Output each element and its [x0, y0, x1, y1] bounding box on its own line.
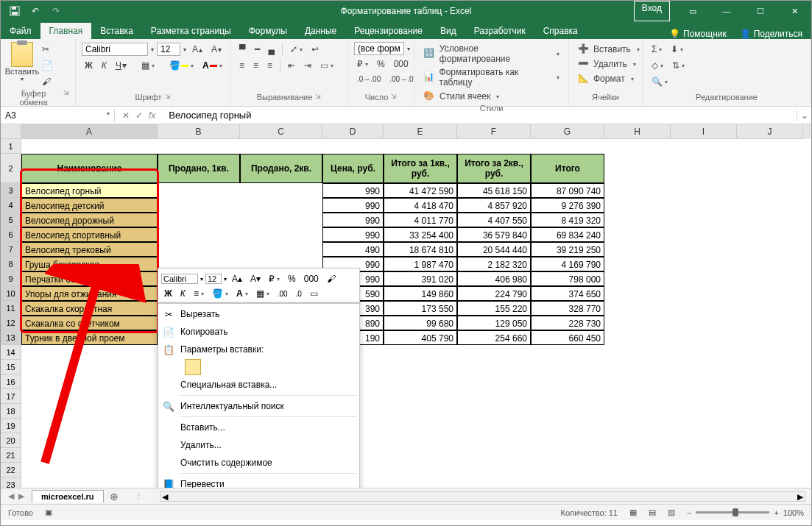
sort-filter-icon[interactable]: ⇅ — [669, 58, 688, 73]
cell-D3[interactable]: 990 — [322, 183, 384, 198]
mini-increase-font-icon[interactable]: A▴ — [229, 271, 245, 286]
cell-G13[interactable]: 660 450 — [531, 330, 604, 345]
zoom-level[interactable]: 100% — [783, 508, 804, 517]
align-center-icon[interactable]: ≡ — [250, 58, 261, 73]
qat-customize-icon[interactable] — [68, 3, 85, 19]
cell-G5[interactable]: 8 419 320 — [531, 213, 604, 227]
cell-E8[interactable]: 1 987 470 — [384, 257, 457, 271]
cell-E13[interactable]: 405 790 — [384, 330, 457, 345]
cell-D2[interactable]: Цена, руб. — [322, 154, 384, 183]
find-select-icon[interactable]: 🔍 — [649, 74, 671, 89]
cell-A9[interactable]: Перчатки боксерские — [21, 271, 158, 286]
cell-E7[interactable]: 18 674 810 — [384, 242, 457, 257]
sheet-nav-prev-icon[interactable]: ◀ — [8, 491, 14, 501]
ctx-cut[interactable]: ✂Вырезать — [158, 305, 359, 323]
tab-file[interactable]: Файл — [1, 23, 40, 39]
cell-A13[interactable]: Турник в дверной проем — [21, 330, 158, 345]
cell-E6[interactable]: 33 254 400 — [384, 227, 457, 242]
cell-G10[interactable]: 374 650 — [531, 286, 604, 301]
cell-D4[interactable]: 990 — [322, 198, 384, 213]
decrease-indent-icon[interactable]: ⇤ — [285, 58, 298, 73]
row-header-8[interactable]: 8 — [1, 257, 21, 271]
mini-bold-icon[interactable]: Ж — [161, 286, 175, 301]
currency-icon[interactable]: ₽ — [354, 57, 371, 71]
cell-A4[interactable]: Велосипед детский — [21, 198, 158, 213]
cell-A11[interactable]: Скакалка скоростная — [21, 301, 158, 316]
fill-icon[interactable]: ⬇ — [668, 42, 686, 57]
col-header-H[interactable]: H — [604, 124, 671, 139]
row-header-2[interactable]: 2 — [1, 154, 21, 183]
number-format-input[interactable] — [354, 42, 404, 55]
tab-view[interactable]: Вид — [431, 23, 465, 39]
align-right-icon[interactable]: ≡ — [264, 58, 275, 73]
ctx-paste-options[interactable]: 📋Параметры вставки: — [158, 341, 359, 358]
ctx-smart-lookup[interactable]: 🔍Интеллектуальный поиск — [158, 397, 359, 415]
underline-button[interactable]: Ч▾ — [113, 58, 130, 73]
cell-F7[interactable]: 20 544 440 — [457, 242, 531, 257]
percent-icon[interactable]: % — [374, 57, 388, 71]
borders-icon[interactable]: ▦ — [138, 58, 158, 73]
cell-D5[interactable]: 990 — [322, 213, 384, 227]
cell-G7[interactable]: 39 219 250 — [531, 242, 604, 257]
delete-cells-button[interactable]: ➖Удалить — [575, 57, 636, 71]
cell-A3[interactable]: Велосипед горный — [21, 183, 158, 198]
fx-icon[interactable]: fx — [149, 110, 155, 121]
enter-formula-icon[interactable]: ✓ — [135, 110, 143, 121]
font-name-input[interactable] — [82, 43, 148, 56]
col-header-E[interactable]: E — [384, 124, 457, 139]
cell-E12[interactable]: 99 680 — [384, 316, 457, 330]
cell-D6[interactable]: 990 — [322, 227, 384, 242]
format-as-table-button[interactable]: 📊Форматировать как таблицу — [420, 65, 562, 89]
row-header-17[interactable]: 17 — [1, 389, 21, 404]
cell-A7[interactable]: Велосипед трековый — [21, 242, 158, 257]
tab-data[interactable]: Данные — [296, 23, 345, 39]
mini-font-name[interactable] — [161, 274, 198, 284]
cell-A5[interactable]: Велосипед дорожный — [21, 213, 158, 227]
cell-G8[interactable]: 4 169 790 — [531, 257, 604, 271]
cell-E10[interactable]: 149 860 — [384, 286, 457, 301]
conditional-formatting-button[interactable]: 🔢Условное форматирование — [420, 42, 562, 65]
copy-icon[interactable]: 📄 — [39, 58, 56, 73]
close-icon[interactable]: ✕ — [777, 1, 811, 21]
tab-help[interactable]: Справка — [534, 23, 587, 39]
row-header-5[interactable]: 5 — [1, 213, 21, 227]
redo-icon[interactable]: ↷ — [48, 3, 64, 19]
ctx-translate[interactable]: 📘Перевести — [158, 475, 359, 488]
wrap-text-icon[interactable]: ↩ — [308, 42, 322, 57]
ctx-clear[interactable]: Очистить содержимое — [158, 454, 359, 472]
col-header-B[interactable]: B — [158, 124, 240, 139]
cut-icon[interactable]: ✂ — [39, 42, 56, 57]
comma-icon[interactable]: 000 — [391, 57, 412, 71]
col-header-D[interactable]: D — [322, 124, 384, 139]
mini-align-icon[interactable]: ≡ — [191, 286, 207, 301]
cell-E3[interactable]: 41 472 590 — [384, 183, 457, 198]
font-color-icon[interactable]: A — [200, 58, 225, 73]
maximize-icon[interactable]: ☐ — [744, 1, 777, 21]
row-header-14[interactable]: 14 — [1, 345, 21, 360]
login-button[interactable]: Вход — [634, 1, 670, 21]
row-header-1[interactable]: 1 — [1, 139, 21, 154]
save-icon[interactable] — [7, 3, 23, 19]
mini-font-color-icon[interactable]: A — [233, 286, 251, 301]
increase-font-icon[interactable]: A▴ — [189, 42, 205, 57]
tab-formulas[interactable]: Формулы — [240, 23, 296, 39]
row-header-9[interactable]: 9 — [1, 271, 21, 286]
col-header-J[interactable]: J — [737, 124, 803, 139]
ribbon-display-icon[interactable]: ▭ — [676, 1, 710, 21]
tab-developer[interactable]: Разработчик — [465, 23, 534, 39]
clear-icon[interactable]: ◇ — [649, 58, 666, 73]
cell-G4[interactable]: 9 276 390 — [531, 198, 604, 213]
cell-D7[interactable]: 490 — [322, 242, 384, 257]
cell-A6[interactable]: Велосипед спортивный — [21, 227, 158, 242]
cell-F10[interactable]: 224 790 — [457, 286, 531, 301]
row-header-21[interactable]: 21 — [1, 448, 21, 463]
align-bottom-icon[interactable]: ▄ — [266, 42, 278, 57]
bold-button[interactable]: Ж — [82, 58, 96, 73]
cell-G6[interactable]: 69 834 240 — [531, 227, 604, 242]
merge-icon[interactable]: ▭ — [317, 58, 336, 73]
mini-font-size[interactable] — [205, 274, 222, 284]
row-header-4[interactable]: 4 — [1, 198, 21, 213]
zoom-out-icon[interactable]: − — [687, 508, 691, 517]
mini-borders-icon[interactable]: ▦ — [253, 286, 272, 301]
fill-color-icon[interactable]: 🪣 — [166, 58, 197, 73]
